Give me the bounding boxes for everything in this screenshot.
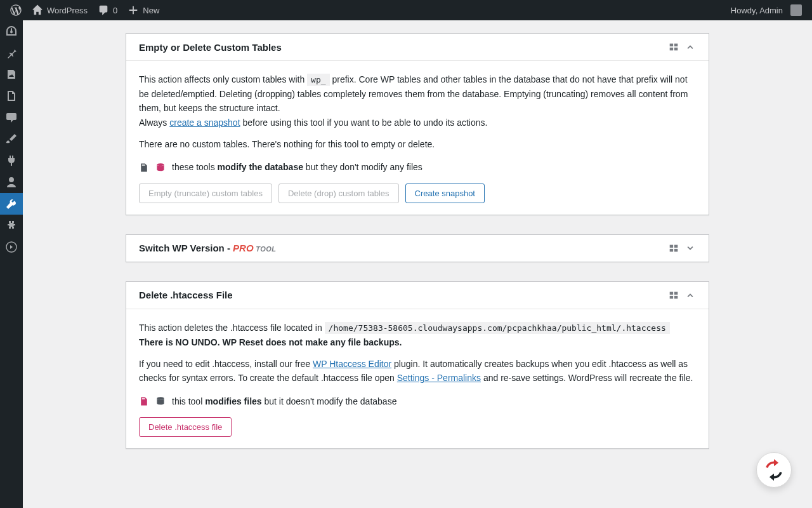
menu-comments[interactable] [0,107,23,128]
card-empty-delete-tables: Empty or Delete Custom Tables This actio… [126,33,709,215]
svg-rect-7 [674,244,678,248]
modification-info: these tools modify the database but they… [139,160,696,174]
sync-icon [763,459,785,481]
svg-rect-12 [670,296,673,299]
modification-info: this tool modifies files but it doesn't … [139,394,696,408]
menu-plugins[interactable] [0,150,23,171]
user-icon [5,176,18,189]
pin-icon [5,46,18,59]
new-content-menu[interactable]: New [122,0,164,20]
pro-badge: PRO [233,243,254,253]
chevron-down-icon[interactable] [684,243,696,254]
description: This action affects only custom tables w… [139,72,696,130]
card-title: Switch WP Version - PRO TOOL [139,243,277,253]
wrench-icon [5,197,18,210]
settings-icon [5,219,18,232]
plus-icon [128,4,139,16]
collapse-icon [5,241,18,253]
create-snapshot-button[interactable]: Create snapshot [405,184,485,203]
card-delete-htaccess: Delete .htaccess File This action delete… [126,281,709,449]
admin-bar: WordPress 0 New Howdy, Admin [0,0,812,20]
svg-rect-2 [674,44,678,47]
delete-htaccess-button[interactable]: Delete .htaccess file [139,417,232,437]
menu-pages[interactable] [0,85,23,107]
no-tables-notice: There are no custom tables. There's noth… [139,137,696,151]
comment-bubble-icon [5,111,18,124]
svg-rect-11 [674,291,678,295]
site-name: WordPress [47,6,88,15]
home-icon [32,4,43,16]
menu-media[interactable] [0,64,23,85]
svg-rect-3 [670,48,673,51]
htaccess-editor-link[interactable]: WP Htaccess Editor [313,359,391,369]
create-snapshot-link[interactable]: create a snapshot [169,117,240,128]
window-grid-icon[interactable] [668,243,679,254]
card-switch-wp-version: Switch WP Version - PRO TOOL [126,234,709,262]
svg-point-14 [157,397,164,399]
admin-menu [0,20,23,493]
pages-icon [5,90,18,102]
svg-rect-1 [670,44,673,47]
help-fab[interactable] [756,452,792,488]
svg-rect-10 [670,291,673,295]
svg-rect-6 [670,244,673,248]
svg-rect-8 [670,249,673,252]
htaccess-path: /home/75383-58605.cloudwaysapps.com/pcpa… [325,322,670,334]
plugin-icon [5,154,18,167]
menu-tools[interactable] [0,193,23,215]
window-grid-icon[interactable] [668,290,679,301]
svg-rect-4 [674,48,678,51]
window-grid-icon[interactable] [668,41,679,53]
dashboard-icon [5,25,18,37]
wp-logo-menu[interactable] [5,0,27,20]
menu-settings[interactable] [0,215,23,236]
menu-dashboard[interactable] [0,20,23,42]
editor-suggestion: If you need to edit .htaccess, install o… [139,357,696,385]
chevron-up-icon[interactable] [684,290,696,301]
menu-posts[interactable] [0,42,23,64]
empty-tables-button[interactable]: Empty (truncate) custom tables [139,184,272,203]
card-title: Delete .htaccess File [139,290,233,300]
comments-count: 0 [113,6,117,15]
database-icon [155,396,166,406]
file-icon [139,396,149,406]
wordpress-icon [10,4,22,16]
settings-permalinks-link[interactable]: Settings - Permalinks [397,373,481,383]
card-title: Empty or Delete Custom Tables [139,42,282,53]
svg-rect-13 [674,296,678,299]
avatar [790,4,802,16]
comment-icon [98,4,109,16]
howdy-label: Howdy, Admin [731,6,783,15]
database-icon [155,163,166,173]
table-prefix: wp_ [307,74,329,86]
file-icon [139,163,149,173]
media-icon [5,68,18,81]
comments-menu[interactable]: 0 [93,0,122,20]
svg-point-5 [157,163,164,166]
content-wrap: Empty or Delete Custom Tables This actio… [23,20,812,493]
description: This action deletes the .htaccess file l… [139,321,696,349]
site-name-menu[interactable]: WordPress [27,0,93,20]
menu-collapse[interactable] [0,236,23,258]
new-label: New [143,6,159,15]
delete-tables-button[interactable]: Delete (drop) custom tables [278,184,399,203]
menu-users[interactable] [0,171,23,193]
account-menu[interactable]: Howdy, Admin [726,0,807,20]
menu-appearance[interactable] [0,128,23,150]
svg-rect-9 [674,249,678,252]
brush-icon [5,133,18,145]
chevron-up-icon[interactable] [684,41,696,53]
